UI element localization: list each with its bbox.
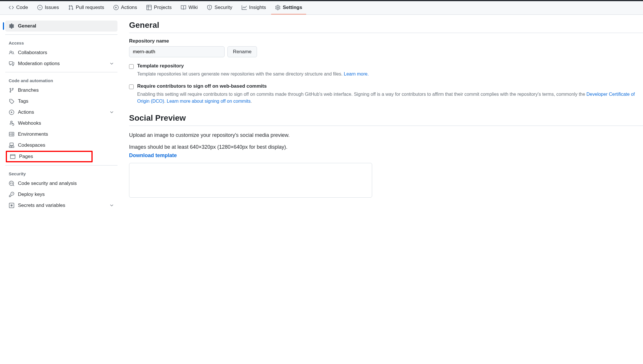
codescan-icon <box>9 181 14 186</box>
tab-insights[interactable]: Insights <box>238 1 270 14</box>
sidebar-item-webhooks[interactable]: Webhooks <box>5 118 117 129</box>
chevron-down-icon <box>109 203 114 208</box>
sidebar-codespaces-label: Codespaces <box>18 142 45 148</box>
social-preview-dropzone[interactable] <box>129 163 372 198</box>
repo-name-input[interactable] <box>129 46 225 57</box>
sidebar-environments-label: Environments <box>18 131 48 137</box>
template-repo-checkbox[interactable] <box>129 64 134 69</box>
tab-insights-label: Insights <box>249 5 266 10</box>
tab-issues[interactable]: Issues <box>33 1 63 14</box>
sidebar-item-branches[interactable]: Branches <box>5 85 117 96</box>
social-preview-line-2-and-link: Images should be at least 640×320px (128… <box>129 143 643 160</box>
sidebar-item-moderation[interactable]: Moderation options <box>5 58 117 69</box>
repo-tabnav: Code Issues Pull requests Actions Projec… <box>0 1 643 15</box>
sidebar-item-environments[interactable]: Environments <box>5 129 117 140</box>
sidebar-collaborators-label: Collaborators <box>18 50 47 56</box>
template-repo-label: Template repository <box>137 63 184 69</box>
code-icon <box>9 5 14 10</box>
tab-wiki[interactable]: Wiki <box>177 1 202 14</box>
people-icon <box>9 50 14 55</box>
key-asterisk-icon <box>9 203 14 208</box>
tab-code-label: Code <box>16 5 28 10</box>
general-heading: General <box>129 21 643 33</box>
sidebar-heading-access: Access <box>5 38 117 47</box>
sidebar-secrets-label: Secrets and variables <box>18 203 65 208</box>
sidebar-item-pages[interactable]: Pages <box>9 153 89 160</box>
highlighted-pages-item: Pages <box>6 151 93 162</box>
play-icon <box>113 5 119 10</box>
sidebar-code-security-label: Code security and analysis <box>18 181 77 186</box>
signoff-learn-more-link[interactable]: Learn more about signing off on commits <box>167 99 251 104</box>
sidebar-webhooks-label: Webhooks <box>18 120 41 126</box>
tab-issues-label: Issues <box>45 5 59 10</box>
sidebar-actions-label: Actions <box>18 109 34 115</box>
sidebar-branches-label: Branches <box>18 87 39 93</box>
template-repo-description: Template repositories let users generate… <box>137 71 643 78</box>
comment-discussion-icon <box>9 61 14 66</box>
main-content: General Repository name Rename Template … <box>120 21 643 211</box>
sidebar-item-collaborators[interactable]: Collaborators <box>5 47 117 58</box>
signoff-checkbox[interactable] <box>129 84 134 89</box>
sidebar-tags-label: Tags <box>18 98 28 104</box>
codespaces-icon <box>9 143 14 148</box>
sidebar-item-actions[interactable]: Actions <box>5 107 117 118</box>
sidebar-item-codespaces[interactable]: Codespaces <box>5 140 117 151</box>
chevron-down-icon <box>109 61 114 66</box>
tab-security[interactable]: Security <box>203 1 236 14</box>
sidebar-item-general[interactable]: General <box>5 21 117 32</box>
webhook-icon <box>9 121 14 126</box>
tab-pr-label: Pull requests <box>76 5 104 10</box>
signoff-label: Require contributors to sign off on web-… <box>137 83 267 89</box>
sidebar-item-tags[interactable]: Tags <box>5 96 117 107</box>
tab-projects-label: Projects <box>154 5 172 10</box>
key-icon <box>9 192 14 197</box>
git-pull-request-icon <box>68 5 74 10</box>
tab-wiki-label: Wiki <box>188 5 198 10</box>
git-branch-icon <box>9 88 14 93</box>
sidebar-deploy-keys-label: Deploy keys <box>18 192 45 197</box>
repo-name-label: Repository name <box>129 38 643 44</box>
sidebar-heading-security: Security <box>5 168 117 178</box>
social-preview-heading: Social Preview <box>129 113 643 126</box>
server-icon <box>9 132 14 137</box>
tab-pull-requests[interactable]: Pull requests <box>64 1 108 14</box>
sidebar-item-deploy-keys[interactable]: Deploy keys <box>5 189 117 200</box>
sidebar-item-secrets[interactable]: Secrets and variables <box>5 200 117 211</box>
chevron-down-icon <box>109 110 114 115</box>
tab-settings-label: Settings <box>283 5 302 10</box>
gear-icon <box>275 5 280 10</box>
tab-code[interactable]: Code <box>5 1 32 14</box>
gear-icon <box>9 23 14 29</box>
graph-icon <box>242 5 247 10</box>
tab-security-label: Security <box>214 5 232 10</box>
sidebar-general-label: General <box>18 23 36 29</box>
tab-actions[interactable]: Actions <box>109 1 141 14</box>
sidebar-moderation-label: Moderation options <box>18 61 60 67</box>
settings-sidebar: General Access Collaborators Moderation … <box>3 21 120 211</box>
sidebar-item-code-security[interactable]: Code security and analysis <box>5 178 117 189</box>
tab-settings[interactable]: Settings <box>271 1 306 14</box>
signoff-description: Enabling this setting will require contr… <box>137 91 643 105</box>
play-icon <box>9 110 14 115</box>
template-learn-more-link[interactable]: Learn more. <box>344 71 369 76</box>
issue-opened-icon <box>37 5 43 10</box>
social-preview-line1: Upload an image to customize your reposi… <box>129 131 643 139</box>
social-preview-line2: Images should be at least 640×320px (128… <box>129 144 287 150</box>
shield-icon <box>207 5 212 10</box>
sidebar-pages-label: Pages <box>19 154 33 159</box>
sidebar-heading-code: Code and automation <box>5 75 117 85</box>
download-template-link[interactable]: Download template <box>129 152 177 158</box>
tag-icon <box>9 99 14 104</box>
browser-icon <box>10 154 16 159</box>
rename-button[interactable]: Rename <box>227 46 257 57</box>
book-icon <box>181 5 186 10</box>
tab-actions-label: Actions <box>121 5 137 10</box>
table-icon <box>146 5 152 10</box>
tab-projects[interactable]: Projects <box>142 1 176 14</box>
